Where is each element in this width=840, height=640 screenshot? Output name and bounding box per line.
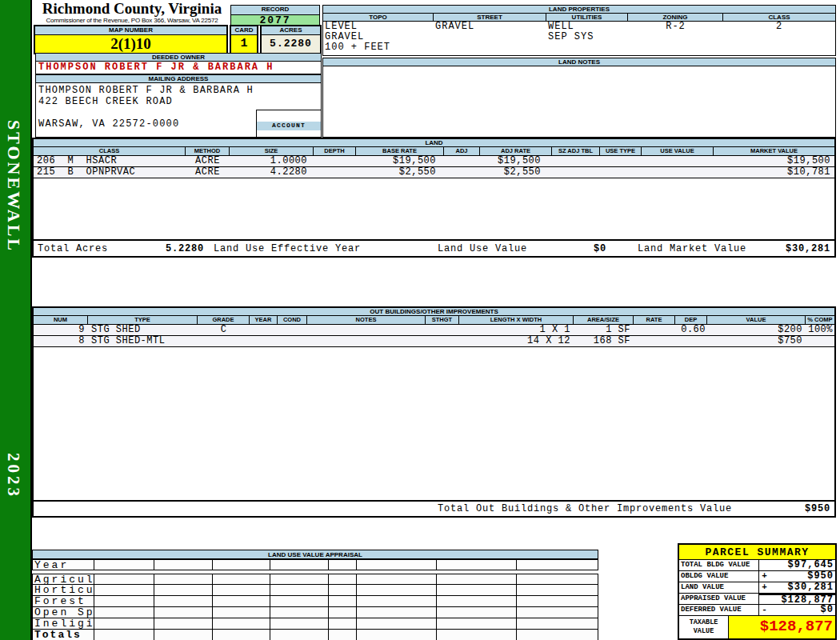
acres-value: 5.2280 [262,35,320,53]
land-market-value-label: Land Market Value [638,241,746,257]
appraisal-cell [154,630,213,640]
appraisal-cell [517,560,599,570]
appraisal-cell [213,574,270,584]
appraisal-cell [357,560,437,570]
appraisal-cell [437,596,517,606]
column-header: UTILITIES [546,14,628,21]
appraisal-cell [94,596,154,606]
column-header: STREET [434,14,546,21]
appraisal-cell [154,585,213,595]
address-text: THOMPSON ROBERT F JR & BARBARA H 422 BEE… [38,85,254,130]
county-title: Richmond County, Virginia [34,1,230,17]
taxable-value-row: TAXABLE VALUE $128,877 [679,616,835,638]
land-row: 206 M HSACRACRE 1.0000 $19,500 $19,500 $… [34,156,834,167]
out-buildings-total-value: $950 [805,502,830,516]
land-totals-row: Total Acres 5.2280 Land Use Effective Ye… [34,239,834,256]
out-buildings-table: OUT BUILDINGS/OTHER IMPROVEMENTS NUMTYPE… [32,306,836,518]
out-buildings-totals-row: Total Out Buildings & Other Improvements… [34,500,834,516]
tax-year-label: 2023 [3,453,23,499]
appraisal-cell [270,585,329,595]
appraisal-cell [213,618,270,629]
appraisal-cell [213,607,270,618]
map-number-label: MAP NUMBER [35,26,226,35]
column-header: ADJ RATE [480,147,552,155]
deeded-owner-value: THOMPSON ROBERT F JR & BARBARA H [35,62,322,74]
land-properties-box: LAND PROPERTIES TOPOSTREETUTILITIESZONIN… [322,5,836,56]
column-header: YEAR [250,316,278,324]
card-value: 1 [231,35,257,53]
appraisal-cell [329,560,357,570]
street-value: GRAVEL [434,22,546,54]
appraisal-cell [94,618,154,629]
appraisal-cell [94,560,154,570]
parcel-summary-row: DEFERRED VALUE - $0 [679,605,835,616]
appraisal-cell [213,596,270,606]
column-header: METHOD [186,147,230,155]
land-use-appraisal-title: LAND USE VALUE APPRAISAL [32,550,598,559]
appraisal-cell [437,574,517,584]
topo-value: LEVEL GRAVEL 100 + FEET [323,22,434,54]
appraisal-cell [329,585,357,595]
class-value: 2 [723,22,835,54]
column-header: AREA/SIZE [574,316,634,324]
column-header: COND [278,316,307,324]
out-buildings-title: OUT BUILDINGS/OTHER IMPROVEMENTS [34,308,834,316]
record-value: 2077 [231,14,319,25]
appraisal-cell [154,596,213,606]
county-subtitle: Commissioner of the Revenue, PO Box 366,… [34,17,230,24]
out-building-row: 8STG SHED-MTL 14 X 12 168 SF $750 [34,336,834,347]
appraisal-cell [357,618,437,629]
parcel-summary-row: LAND VALUE + $30,281 [679,582,835,594]
appraisal-cell [517,630,599,640]
column-header: DEPTH [314,147,356,155]
out-building-row: 9STG SHED C 1 X 1 1 SF 0.60$200 100% [34,325,834,336]
appraisal-cell [94,574,154,584]
column-header: DEP [675,316,707,324]
appraisal-cell [270,618,329,629]
appraisal-cell [437,560,517,570]
appraisal-cell [329,596,357,606]
mailing-address-label: MAILING ADDRESS [35,74,322,83]
appraisal-row: Ineligible [32,618,598,630]
column-header: ADJ [444,147,480,155]
acres-label: ACRES [262,26,320,35]
column-header: RATE [634,316,675,324]
appraisal-cell [357,574,437,584]
appraisal-cell [437,618,517,629]
sidebar: STONEWALL 2023 [0,0,32,640]
appraisal-row: Year [32,559,598,570]
appraisal-cell [213,585,270,595]
appraisal-cell [517,585,599,595]
property-record-card: STONEWALL 2023 Richmond County, Virginia… [0,0,840,640]
land-use-appraisal-rows: Year Agriculture [32,559,598,640]
appraisal-cell [270,607,329,618]
appraisal-row: Agriculture [32,574,598,585]
card-box: CARD 1 [230,25,258,54]
appraisal-cell [329,574,357,584]
land-properties-values: LEVEL GRAVEL 100 + FEET GRAVEL WELL SEP … [323,22,835,54]
appraisal-cell [329,618,357,629]
appraisal-cell [357,607,437,618]
land-row: 215 B OPNPRVACACRE 4.2280 $2,550 $2,550 … [34,167,834,178]
appraisal-cell [213,560,270,570]
column-header: VALUE [707,316,806,324]
appraisal-row: Totals [32,630,598,640]
taxable-value-label: TAXABLE VALUE [679,616,729,638]
appraisal-cell [517,618,599,629]
card-label: CARD [231,26,257,35]
record-box: RECORD 2077 [230,5,320,26]
appraisal-cell [270,574,329,584]
appraisal-cell [357,630,437,640]
land-table: LAND CLASSMETHODSIZEDEPTHBASE RATEADJADJ… [32,138,836,258]
column-header: BASE RATE [356,147,444,155]
taxable-value: $128,877 [729,616,835,638]
parcel-summary-row: TOTAL BLDG VALUE $97,645 [679,560,835,571]
appraisal-cell [154,618,213,629]
appraisal-cell [154,574,213,584]
out-buildings-rows: 9STG SHED C 1 X 1 1 SF 0.60$200 100% 8ST… [34,325,834,347]
appraisal-cell [357,596,437,606]
appraisal-row: Horticulture [32,585,598,596]
appraisal-row: Forest [32,596,598,607]
total-acres-label: Total Acres [38,241,108,257]
column-header: GRADE [198,316,250,324]
